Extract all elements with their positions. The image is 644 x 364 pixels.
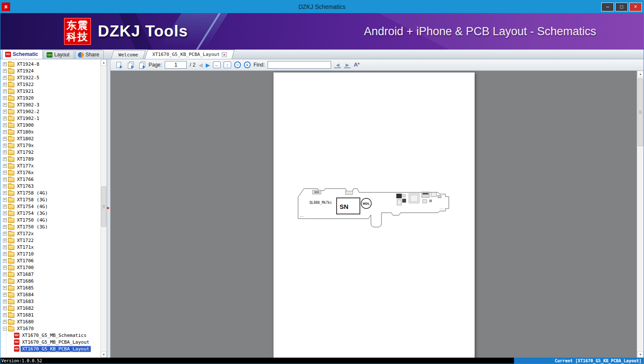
tree-item-label[interactable]: XT1681 bbox=[16, 312, 35, 318]
expand-icon[interactable]: + bbox=[3, 205, 7, 208]
tree-item[interactable]: +XT1680 bbox=[1, 318, 100, 325]
tree-item[interactable]: +XT1754 (3G) bbox=[1, 210, 100, 217]
tree-item-label[interactable]: XT1686 bbox=[16, 278, 35, 284]
expand-icon[interactable]: + bbox=[3, 89, 7, 93]
tree-item[interactable]: +XT1682 bbox=[1, 305, 100, 311]
expand-icon[interactable]: + bbox=[3, 252, 7, 256]
tree-item[interactable]: +XT1710 bbox=[1, 250, 100, 257]
tree-item[interactable]: +XT1924-8 bbox=[1, 61, 100, 67]
expand-icon[interactable]: + bbox=[3, 164, 7, 168]
tree-item[interactable]: +XT1722 bbox=[1, 237, 100, 244]
next-page-button[interactable]: ▶ bbox=[206, 62, 210, 68]
tree-item[interactable]: +XT1802 bbox=[1, 135, 100, 142]
tree-item[interactable]: +XT1684 bbox=[1, 291, 100, 298]
zoom-in-button[interactable]: + bbox=[244, 61, 251, 68]
tree-item-label[interactable]: XT1670 bbox=[16, 326, 35, 331]
tree-item-label[interactable]: XT1924 bbox=[16, 68, 35, 74]
tree-item[interactable]: +XT1789 bbox=[1, 156, 100, 162]
tree-item[interactable]: −XT1670 bbox=[1, 325, 100, 332]
tree-item-label[interactable]: XT1700 bbox=[16, 265, 35, 270]
expand-icon[interactable]: + bbox=[3, 232, 7, 236]
tree-child-item[interactable]: PDFXT1670_G5_KB_PCBA_Layout bbox=[1, 345, 100, 352]
tree-item-label[interactable]: XT171x bbox=[16, 245, 35, 250]
tree-item-label[interactable]: XT1758 (4G) bbox=[16, 190, 49, 196]
expand-icon[interactable]: + bbox=[3, 218, 7, 222]
tree-item-label[interactable]: XT1789 bbox=[16, 156, 35, 162]
tree-child-label[interactable]: XT1670_G5_MB_Schematics bbox=[21, 333, 88, 338]
tree-item-label[interactable]: XT1750 (4G) bbox=[16, 217, 49, 223]
collapse-icon[interactable]: − bbox=[3, 327, 7, 331]
tree-child-label[interactable]: XT1670_G5_MB_PCBA_Layout bbox=[21, 339, 91, 345]
titlebar[interactable]: 东 DZKJ Schematics – □ × bbox=[0, 0, 644, 13]
fit-width-button[interactable]: ↔ bbox=[213, 61, 221, 68]
scroll-up-icon[interactable]: ▲ bbox=[101, 59, 107, 66]
tree-child-item[interactable]: PDFXT1670_G5_MB_PCBA_Layout bbox=[1, 339, 100, 345]
tree-item[interactable]: +XT1924 bbox=[1, 67, 100, 74]
fit-page-button[interactable]: ↕ bbox=[224, 61, 231, 68]
viewer-scrollbar[interactable]: ▲ ▼ bbox=[637, 71, 644, 358]
expand-icon[interactable]: + bbox=[3, 117, 7, 120]
tree-item-label[interactable]: XT1682 bbox=[16, 306, 35, 311]
tree-item-label[interactable]: XT1802 bbox=[16, 136, 35, 142]
expand-icon[interactable]: + bbox=[3, 69, 7, 73]
tree-item[interactable]: +XT1902-2 bbox=[1, 108, 100, 115]
tree-item-label[interactable]: XT1685 bbox=[16, 285, 35, 291]
tree-item[interactable]: +XT1902-3 bbox=[1, 101, 100, 108]
expand-icon[interactable]: + bbox=[3, 279, 7, 283]
tree-item[interactable]: +XT179x bbox=[1, 142, 100, 149]
tab-close-icon[interactable]: × bbox=[222, 52, 227, 57]
tree-item[interactable]: +XT176x bbox=[1, 169, 100, 176]
tree-item[interactable]: +XT1922-5 bbox=[1, 74, 100, 81]
tree-item-label[interactable]: XT1758 (3G) bbox=[16, 197, 49, 203]
tree-item-label[interactable]: XT177x bbox=[16, 163, 35, 169]
tree-item[interactable]: +XT1700 bbox=[1, 264, 100, 271]
text-size-icon[interactable]: Aa bbox=[354, 61, 359, 68]
tree-item-label[interactable]: XT1900 bbox=[16, 122, 35, 128]
tree-item-label[interactable]: XT1683 bbox=[16, 299, 35, 304]
tree-item-label[interactable]: XT1754 (3G) bbox=[16, 211, 49, 216]
tree-item[interactable]: +XT1681 bbox=[1, 311, 100, 318]
tree-item[interactable]: +XT1750 (4G) bbox=[1, 217, 100, 223]
tree-item-label[interactable]: XT1922-5 bbox=[16, 75, 41, 81]
expand-icon[interactable]: + bbox=[3, 266, 7, 270]
tree-item-label[interactable]: XT172x bbox=[16, 231, 35, 236]
tree-item[interactable]: +XT1920 bbox=[1, 94, 100, 101]
tree-item-label[interactable]: XT1922 bbox=[16, 82, 35, 87]
tree-item-label[interactable]: XT179x bbox=[16, 143, 35, 148]
expand-icon[interactable]: + bbox=[3, 144, 7, 147]
tree-item[interactable]: +XT1686 bbox=[1, 278, 100, 284]
scrollbar-thumb[interactable] bbox=[638, 78, 643, 146]
find-next-icon[interactable]: ▶ bbox=[344, 61, 351, 68]
tree-item-label[interactable]: XT1902-1 bbox=[16, 116, 41, 121]
tree-item-label[interactable]: XT1902-3 bbox=[16, 102, 41, 108]
tree-item[interactable]: +XT1754 (4G) bbox=[1, 203, 100, 210]
maximize-button[interactable]: □ bbox=[615, 3, 628, 11]
tree-child-label[interactable]: XT1670_G5_KB_PCBA_Layout bbox=[21, 346, 91, 352]
expand-icon[interactable]: + bbox=[3, 96, 7, 100]
expand-icon[interactable]: + bbox=[3, 245, 7, 249]
tab-schematic[interactable]: PDF Schematic bbox=[2, 49, 43, 59]
document-tab-welcome[interactable]: Welcome bbox=[111, 50, 146, 59]
tree-item[interactable]: +XT172x bbox=[1, 230, 100, 237]
tree-item-label[interactable]: XT1754 (4G) bbox=[16, 204, 49, 209]
tree-item-label[interactable]: XT1706 bbox=[16, 258, 35, 264]
tree-item[interactable]: +XT1900 bbox=[1, 122, 100, 128]
expand-icon[interactable]: + bbox=[3, 300, 7, 303]
expand-icon[interactable]: + bbox=[3, 306, 7, 310]
tree-item[interactable]: +XT1763 bbox=[1, 183, 100, 189]
scroll-down-icon[interactable]: ▼ bbox=[637, 351, 644, 358]
expand-icon[interactable]: + bbox=[3, 123, 7, 127]
previous-page-button[interactable]: ◀ bbox=[199, 62, 203, 68]
tree-item[interactable]: +XT1902-1 bbox=[1, 115, 100, 122]
expand-icon[interactable]: + bbox=[3, 191, 7, 195]
find-previous-icon[interactable]: ◀ bbox=[334, 61, 341, 68]
tree-item-label[interactable]: XT1921 bbox=[16, 89, 35, 94]
expand-icon[interactable]: + bbox=[3, 157, 7, 161]
tree-item[interactable]: +XT171x bbox=[1, 244, 100, 250]
close-button[interactable]: × bbox=[629, 3, 642, 11]
tree-item-label[interactable]: XT1792 bbox=[16, 150, 35, 155]
expand-icon[interactable]: + bbox=[3, 272, 7, 276]
tree-item[interactable]: +XT1758 (3G) bbox=[1, 196, 100, 203]
page-copy-icon[interactable] bbox=[114, 61, 123, 69]
tree-item[interactable]: +XT1683 bbox=[1, 298, 100, 305]
